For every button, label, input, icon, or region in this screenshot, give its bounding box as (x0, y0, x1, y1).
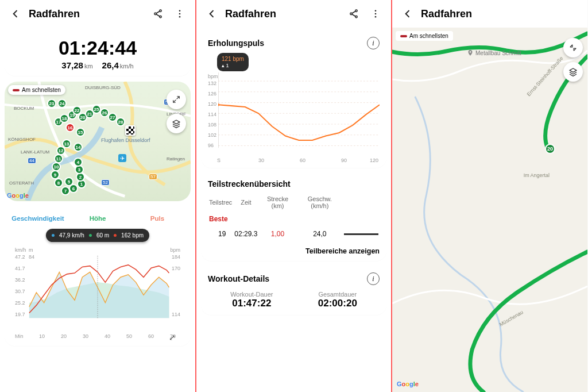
back-button[interactable] (399, 5, 416, 22)
svg-point-10 (375, 10, 377, 11)
poi-pin[interactable]: Metallbau Schmitt (467, 49, 521, 56)
recovery-pulse-card: Erholungspuls i 121 bpm ▴ 1 bpm 132 (201, 31, 386, 168)
svg-point-8 (350, 13, 352, 14)
tab-pulse[interactable]: Puls (130, 212, 185, 225)
svg-point-1 (154, 13, 156, 14)
section-title: Workout-Details (208, 274, 269, 283)
pulse-tooltip: 121 bpm ▴ 1 (217, 53, 249, 71)
svg-point-0 (160, 10, 161, 11)
more-icon[interactable] (367, 5, 384, 22)
workout-duration: 01:47:22 (230, 298, 273, 309)
svg-point-5 (179, 16, 181, 18)
recovery-pulse-chart[interactable]: 121 bpm ▴ 1 bpm 132 126 120 114 108 102 (208, 53, 380, 162)
airport-icon: ✈ (118, 154, 126, 162)
workout-details-card: Workout-Details i Workout-Dauer 01:47:22… (201, 267, 386, 315)
header: Radfahren (0, 0, 195, 28)
share-icon[interactable] (345, 5, 362, 22)
map-legend: Am schnellsten (396, 31, 453, 41)
svg-point-9 (355, 16, 357, 18)
section-title: Teilstreckenübersicht (208, 179, 380, 189)
tab-speed[interactable]: Geschwindigkeit (10, 212, 65, 225)
svg-point-11 (375, 13, 377, 15)
svg-point-3 (179, 10, 181, 11)
header: Radfahren (196, 0, 391, 28)
svg-point-21 (218, 103, 219, 106)
svg-point-7 (355, 10, 357, 11)
summary-distance: 37,28 (61, 60, 83, 70)
section-title: Erholungspuls (208, 39, 264, 48)
finish-flag-icon (125, 125, 136, 136)
segments-table: Teilstrec Zeit Strecke (km) Geschw. (km/… (208, 193, 380, 241)
segments-card: Teilstreckenübersicht Teilstrec Zeit Str… (201, 174, 386, 261)
segment-bar (344, 233, 378, 235)
svg-rect-22 (392, 28, 587, 392)
screen-overview: Radfahren 01:24:44 37,28km 26,4km/h DUIS… (0, 0, 196, 392)
collapse-map-icon[interactable] (563, 38, 583, 57)
google-logo: Google (7, 192, 29, 199)
summary-card: 01:24:44 37,28km 26,4km/h (5, 31, 191, 76)
svg-point-12 (375, 16, 377, 18)
route-map[interactable]: DUISBURG-SÜD BOCKUM KÖNIGSHOF LANK-LATUM… (5, 82, 191, 201)
multi-line-chart[interactable]: 47,9 km/h 60 m 162 bpm km/h m bpm 47.2 8… (15, 229, 180, 344)
total-duration: 02:00:20 (318, 298, 357, 309)
back-button[interactable] (203, 5, 220, 22)
chart-tooltip: 47,9 km/h 60 m 162 bpm (46, 229, 149, 242)
table-row: 19 02:29.3 1,00 24,0 (208, 226, 380, 241)
screen-details: Radfahren Erholungspuls i 121 bpm ▴ 1 (196, 0, 392, 392)
layers-icon[interactable] (563, 62, 583, 82)
layers-icon[interactable] (167, 114, 186, 133)
svg-point-2 (160, 16, 161, 18)
show-segments-link[interactable]: Teilbereiche anzeigen (208, 241, 380, 255)
header: Radfahren (392, 0, 587, 28)
page-title: Radfahren (421, 8, 581, 20)
more-icon[interactable] (171, 5, 188, 22)
google-logo: Google (397, 381, 419, 387)
share-icon[interactable] (149, 5, 167, 22)
svg-point-4 (179, 13, 181, 15)
page-title: Radfahren (29, 8, 145, 20)
screen-fullmap: Radfahren Ernst-Steinhoff-Straße Im Ange… (392, 0, 587, 392)
chart-card: Geschwindigkeit Höhe Puls 47,9 km/h 60 m… (5, 206, 191, 346)
expand-map-icon[interactable] (167, 90, 186, 109)
back-button[interactable] (7, 5, 24, 22)
poi-airport: Flughafen Düsseldorf (101, 138, 150, 144)
tab-elevation[interactable]: Höhe (70, 212, 125, 225)
expand-chart-icon[interactable]: ⤢ (165, 332, 179, 343)
summary-speed: 26,4 (102, 60, 119, 70)
info-icon[interactable]: i (367, 37, 380, 49)
street-label: Im Angertal (524, 172, 550, 178)
page-title: Radfahren (225, 8, 341, 20)
map-legend: Am schnellsten (8, 85, 65, 95)
info-icon[interactable]: i (367, 272, 380, 285)
summary-duration: 01:24:44 (5, 37, 191, 59)
km-marker: 20 (545, 144, 555, 154)
fullscreen-map[interactable]: Ernst-Steinhoff-Straße Im Angertal Müsch… (392, 28, 587, 392)
